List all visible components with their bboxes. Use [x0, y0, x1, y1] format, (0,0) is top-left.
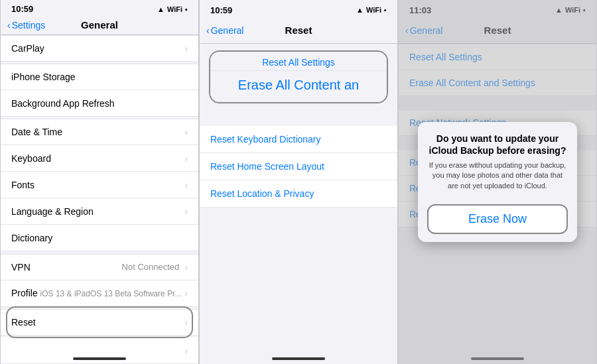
reset-links-section: Reset Keyboard Dictionary Reset Home Scr… — [200, 126, 397, 208]
nav-title-2: Reset — [285, 25, 312, 36]
modal-title: Do you want to update your iCloud Backup… — [429, 133, 566, 156]
language-region-label: Language & Region — [11, 206, 94, 217]
list-item-iphone-storage[interactable]: iPhone Storage — [1, 64, 198, 90]
vpn-label: VPN — [11, 262, 31, 273]
chevron-icon: › — [184, 43, 188, 54]
chevron-left-icon: ‹ — [7, 20, 11, 30]
chevron-icon-7: › — [184, 288, 188, 298]
chevron-icon-8: › — [184, 317, 188, 328]
date-time-label: Date & Time — [11, 127, 62, 137]
reset-label: Reset — [11, 317, 36, 328]
panel2: 10:59 ▲ WiFi ▪ ‹ General Reset Reset All… — [199, 0, 398, 364]
background-label: Background App Refresh — [11, 98, 115, 109]
list-item-vpn[interactable]: VPN Not Connected › — [1, 254, 198, 280]
reset-all-settings-link[interactable]: Reset All Settings — [210, 54, 387, 71]
nav-back-1[interactable]: ‹ Settings — [7, 20, 45, 30]
wifi-icon: WiFi — [167, 5, 182, 13]
nav-bar-2: ‹ General Reset — [200, 19, 397, 44]
profile-label: Profile iOS 13 & iPadOS 13 Beta Software… — [11, 288, 181, 298]
nav-back-2[interactable]: ‹ General — [206, 25, 243, 36]
iphone-storage-label: iPhone Storage — [11, 72, 76, 82]
chevron-icon-3: › — [184, 153, 188, 164]
status-icons-1: ▲ WiFi ▪ — [157, 5, 188, 13]
settings-list-3: Date & Time › Keyboard › Fonts › Languag… — [1, 119, 198, 251]
reset-gap-1 — [200, 107, 397, 126]
panel3: 11:03 ▲ WiFi ▪ ‹ General Reset Reset All… — [398, 0, 597, 364]
carplay-label: CarPlay — [11, 43, 44, 54]
modal-overlay: Do you want to update your iCloud Backup… — [399, 0, 596, 364]
fonts-label: Fonts — [11, 180, 34, 190]
modal-content: Do you want to update your iCloud Backup… — [418, 122, 577, 198]
erase-all-highlight-box: Reset All Settings Erase All Content an — [209, 50, 388, 103]
list-item-language-region[interactable]: Language & Region › — [1, 198, 198, 225]
list-item-keyboard[interactable]: Keyboard › — [1, 145, 198, 172]
list-item-fonts[interactable]: Fonts › — [1, 172, 198, 198]
status-icons-2: ▲ WiFi ▪ — [356, 6, 387, 14]
chevron-icon-2: › — [184, 127, 188, 137]
settings-list-4: VPN Not Connected › Profile iOS 13 & iPa… — [1, 254, 198, 307]
nav-back-label-1: Settings — [12, 20, 46, 30]
nav-back-label-2: General — [211, 25, 244, 36]
status-bar-2: 10:59 ▲ WiFi ▪ — [200, 0, 397, 19]
list-item-date-time[interactable]: Date & Time › — [1, 119, 198, 145]
time-1: 10:59 — [11, 4, 33, 14]
status-bar-1: 10:59 ▲ WiFi ▪ — [1, 0, 198, 17]
chevron-icon-9: › — [184, 345, 188, 356]
list-item-dictionary[interactable]: Dictionary — [1, 225, 198, 251]
chevron-icon-4: › — [184, 180, 188, 190]
reset-location-link[interactable]: Reset Location & Privacy — [200, 180, 397, 208]
chevron-left-icon-2: ‹ — [206, 25, 210, 36]
erase-now-button[interactable]: Erase Now — [427, 204, 568, 234]
nav-bar-1: ‹ Settings General — [1, 17, 198, 35]
list-item-extra1[interactable]: › — [1, 337, 198, 364]
home-indicator-2 — [272, 357, 325, 360]
nav-title-1: General — [81, 19, 118, 30]
erase-all-content-label[interactable]: Erase All Content an — [210, 71, 387, 99]
list-item-carplay[interactable]: CarPlay › — [1, 35, 198, 62]
keyboard-label: Keyboard — [11, 153, 51, 164]
list-item-background[interactable]: Background App Refresh — [1, 90, 198, 117]
reset-home-screen-link[interactable]: Reset Home Screen Layout — [200, 153, 397, 180]
settings-list-2: iPhone Storage Background App Refresh — [1, 64, 198, 117]
signal-icon-2: ▲ — [356, 6, 364, 14]
battery-icon: ▪ — [185, 5, 188, 13]
modal-box: Do you want to update your iCloud Backup… — [418, 122, 577, 243]
list-item-profile[interactable]: Profile iOS 13 & iPadOS 13 Beta Software… — [1, 280, 198, 307]
panel1: 10:59 ▲ WiFi ▪ ‹ Settings General CarPla… — [0, 0, 199, 364]
settings-list-1: CarPlay › — [1, 35, 198, 62]
chevron-icon-5: › — [184, 206, 188, 217]
reset-keyboard-link[interactable]: Reset Keyboard Dictionary — [200, 126, 397, 153]
vpn-value: Not Connected — [122, 262, 180, 272]
battery-icon-2: ▪ — [384, 6, 387, 14]
list-item-reset[interactable]: Reset › — [1, 309, 198, 335]
chevron-icon-6: › — [184, 262, 188, 273]
home-indicator-1 — [73, 357, 126, 360]
modal-body: If you erase without updating your backu… — [429, 160, 566, 191]
dictionary-label: Dictionary — [11, 233, 52, 243]
time-2: 10:59 — [210, 5, 232, 15]
wifi-icon-2: WiFi — [366, 6, 381, 14]
signal-icon: ▲ — [157, 5, 165, 13]
